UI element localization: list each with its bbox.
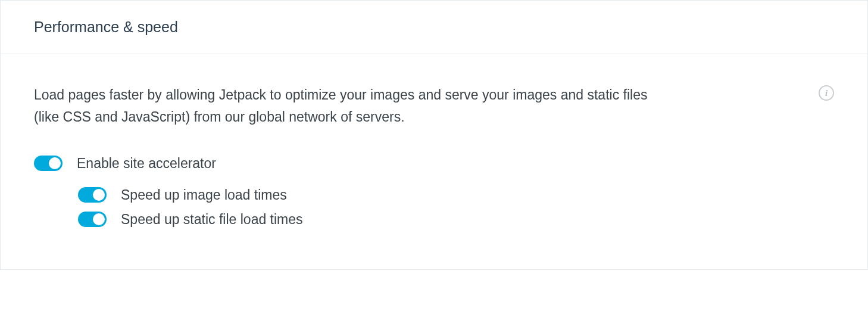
description-row: Load pages faster by allowing Jetpack to… xyxy=(34,84,834,128)
toggle-speed-images[interactable] xyxy=(78,187,107,203)
toggle-enable-accelerator[interactable] xyxy=(34,156,63,171)
info-icon[interactable]: i xyxy=(819,85,834,101)
sub-settings: Speed up image load times Speed up stati… xyxy=(78,187,834,228)
setting-row-speed-images: Speed up image load times xyxy=(78,187,834,203)
toggle-knob xyxy=(93,213,105,225)
setting-row-enable-accelerator: Enable site accelerator xyxy=(34,156,834,172)
panel-description: Load pages faster by allowing Jetpack to… xyxy=(34,84,671,128)
setting-label-speed-static: Speed up static file load times xyxy=(121,212,303,228)
toggle-knob xyxy=(93,189,105,201)
setting-label-enable-accelerator: Enable site accelerator xyxy=(77,156,216,172)
panel-title: Performance & speed xyxy=(34,18,834,36)
settings-list: Enable site accelerator Speed up image l… xyxy=(34,156,834,228)
toggle-knob xyxy=(49,157,61,169)
info-icon-wrap: i xyxy=(819,84,834,101)
panel-header: Performance & speed xyxy=(1,1,867,54)
toggle-speed-static[interactable] xyxy=(78,212,107,227)
panel-body: Load pages faster by allowing Jetpack to… xyxy=(1,54,867,269)
performance-speed-panel: Performance & speed Load pages faster by… xyxy=(0,0,868,270)
setting-label-speed-images: Speed up image load times xyxy=(121,187,287,203)
setting-row-speed-static: Speed up static file load times xyxy=(78,212,834,228)
